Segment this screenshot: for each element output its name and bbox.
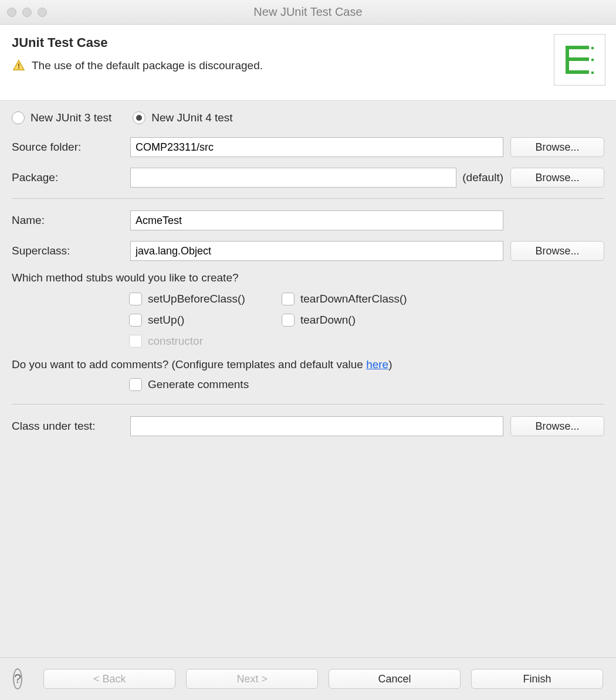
checkbox-icon	[129, 378, 142, 391]
page-title: JUnit Test Case	[12, 35, 604, 50]
browse-class-under-test-button[interactable]: Browse...	[510, 416, 604, 436]
name-input[interactable]	[130, 210, 503, 230]
warning-icon	[12, 59, 26, 73]
minimize-window-button[interactable]	[22, 8, 32, 17]
default-label: (default)	[462, 171, 503, 184]
stubs-grid: setUpBeforeClass() tearDownAfterClass() …	[129, 293, 604, 348]
label-superclass: Superclass:	[12, 244, 123, 257]
superclass-input[interactable]	[130, 241, 503, 261]
wizard-banner-icon	[554, 34, 605, 86]
browse-superclass-button[interactable]: Browse...	[510, 241, 604, 261]
wizard-header: JUnit Test Case The use of the default p…	[0, 25, 616, 101]
checkbox-label: setUp()	[148, 314, 184, 327]
stubs-question: Which method stubs would you like to cre…	[12, 271, 604, 284]
checkbox-label: constructor	[148, 335, 203, 348]
checkbox-icon	[129, 314, 142, 327]
checkbox-icon	[282, 314, 295, 327]
titlebar: New JUnit Test Case	[0, 0, 616, 25]
radio-icon	[12, 111, 25, 124]
window-title: New JUnit Test Case	[0, 5, 616, 19]
checkbox-icon	[129, 293, 142, 305]
close-window-button[interactable]	[7, 8, 16, 17]
checkbox-icon	[282, 293, 295, 305]
checkbox-teardown[interactable]: tearDown()	[282, 314, 446, 327]
source-folder-input[interactable]	[130, 137, 503, 157]
svg-rect-3	[566, 46, 589, 49]
checkbox-label: tearDownAfterClass()	[300, 293, 407, 305]
browse-source-folder-button[interactable]: Browse...	[510, 137, 604, 157]
back-button: < Back	[43, 669, 175, 689]
svg-rect-8	[591, 72, 594, 74]
svg-rect-1	[18, 67, 19, 69]
finish-button[interactable]: Finish	[471, 669, 603, 689]
header-message: The use of the default package is discou…	[12, 59, 604, 73]
checkbox-label: Generate comments	[148, 378, 249, 391]
label-name: Name:	[12, 214, 123, 227]
checkbox-constructor: constructor	[129, 335, 282, 348]
warning-text: The use of the default package is discou…	[32, 59, 263, 72]
wizard-content: New JUnit 3 test New JUnit 4 test Source…	[0, 101, 616, 453]
checkbox-setup[interactable]: setUp()	[129, 314, 282, 327]
radio-label: New JUnit 4 test	[151, 111, 232, 124]
package-input[interactable]	[130, 168, 456, 188]
cancel-button[interactable]: Cancel	[329, 669, 461, 689]
label-source-folder: Source folder:	[12, 141, 123, 154]
divider	[12, 198, 604, 199]
svg-rect-6	[591, 47, 594, 49]
comments-question: Do you want to add comments? (Configure …	[12, 358, 604, 371]
browse-package-button[interactable]: Browse...	[510, 168, 604, 188]
checkbox-teardownafterclass[interactable]: tearDownAfterClass()	[282, 293, 446, 305]
radio-junit4[interactable]: New JUnit 4 test	[133, 111, 232, 124]
svg-rect-5	[566, 70, 589, 74]
radio-icon	[133, 111, 145, 124]
label-class-under-test: Class under test:	[12, 420, 123, 433]
checkbox-icon	[129, 335, 142, 348]
checkbox-label: tearDown()	[300, 314, 356, 327]
radio-label: New JUnit 3 test	[31, 111, 111, 124]
checkbox-setupbeforeclass[interactable]: setUpBeforeClass()	[129, 293, 282, 305]
wizard-footer: ? < Back Next > Cancel Finish	[0, 657, 616, 700]
class-under-test-input[interactable]	[130, 416, 503, 436]
zoom-window-button[interactable]	[38, 8, 47, 17]
next-button: Next >	[186, 669, 318, 689]
divider	[12, 404, 604, 405]
help-button[interactable]: ?	[13, 668, 22, 689]
traffic-lights	[7, 8, 47, 17]
svg-rect-7	[591, 59, 594, 61]
checkbox-generate-comments[interactable]: Generate comments	[129, 378, 604, 391]
label-package: Package:	[12, 171, 123, 184]
radio-junit3[interactable]: New JUnit 3 test	[12, 111, 111, 124]
junit-version-group: New JUnit 3 test New JUnit 4 test	[12, 111, 604, 124]
svg-rect-0	[18, 63, 19, 67]
configure-templates-link[interactable]: here	[366, 358, 388, 371]
svg-rect-4	[566, 57, 589, 61]
checkbox-label: setUpBeforeClass()	[148, 293, 245, 305]
